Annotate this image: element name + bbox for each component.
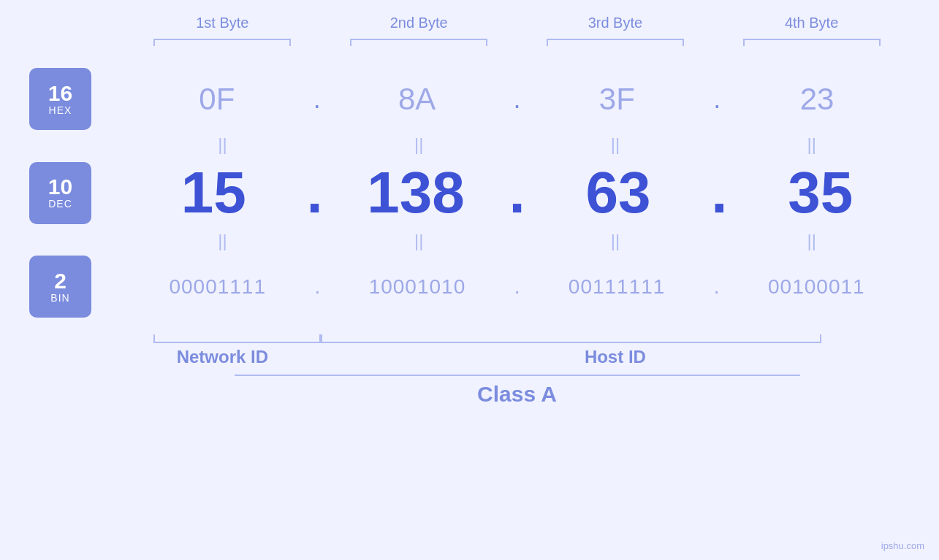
equals-row-1: || || || || — [29, 136, 910, 153]
dec-byte-4: 35 — [731, 159, 910, 226]
bin-row: 2 BIN 00001111 . 10001010 . 00111111 . 0… — [29, 256, 910, 318]
eq1-2: || — [321, 136, 517, 153]
dec-values: 15 . 138 . 63 . 35 — [124, 159, 910, 226]
bin-sep-3: . — [710, 275, 723, 299]
network-bracket — [124, 321, 321, 343]
top-bracket-row — [29, 39, 910, 53]
hex-sep-1: . — [310, 84, 324, 115]
dec-byte-3: 63 — [529, 159, 708, 226]
dec-sep-2: . — [505, 159, 528, 226]
network-id-label: Network ID — [124, 347, 321, 367]
eq1-3: || — [517, 136, 714, 153]
eq2-1: || — [124, 232, 321, 250]
hex-sep-3: . — [710, 84, 724, 115]
eq1-4: || — [713, 136, 910, 153]
main-container: 1st Byte 2nd Byte 3rd Byte 4th Byte 16 H… — [0, 0, 939, 560]
eq2-4: || — [713, 232, 910, 250]
hex-base-number: 16 — [48, 83, 72, 104]
hex-badge: 16 HEX — [29, 68, 91, 130]
host-id-label: Host ID — [321, 347, 910, 367]
byte-headers: 1st Byte 2nd Byte 3rd Byte 4th Byte — [29, 15, 910, 31]
hex-values: 0F . 8A . 3F . 23 — [124, 82, 910, 117]
eq2-2: || — [321, 232, 517, 250]
class-row: Class A — [29, 375, 910, 407]
dec-badge: 10 DEC — [29, 162, 91, 224]
dec-byte-1: 15 — [124, 159, 303, 226]
bin-sep-1: . — [311, 275, 324, 299]
host-bracket — [321, 321, 910, 343]
dec-base-label: DEC — [48, 198, 72, 210]
id-labels: Network ID Host ID — [29, 347, 910, 367]
hex-byte-4: 23 — [724, 82, 910, 117]
eq2-3: || — [517, 232, 714, 250]
bin-base-label: BIN — [50, 292, 69, 304]
equals-row-2: || || || || — [29, 232, 910, 250]
site-url: ipshu.com — [881, 540, 924, 551]
dec-base-number: 10 — [48, 176, 72, 198]
dec-sep-3: . — [707, 159, 731, 226]
hex-base-label: HEX — [49, 104, 72, 116]
top-bracket-3 — [517, 39, 714, 53]
bin-sep-2: . — [511, 275, 524, 299]
eq1-1: || — [124, 136, 321, 153]
dec-byte-2: 138 — [327, 159, 506, 226]
bin-byte-4: 00100011 — [723, 275, 910, 299]
bin-byte-2: 10001010 — [324, 275, 510, 299]
byte-header-4: 4th Byte — [713, 15, 910, 31]
class-label: Class A — [124, 382, 910, 407]
bin-badge: 2 BIN — [29, 256, 91, 318]
hex-byte-3: 3F — [525, 82, 710, 117]
top-bracket-1 — [124, 39, 321, 53]
top-bracket-2 — [321, 39, 517, 53]
bin-base-number: 2 — [54, 270, 66, 292]
class-bracket-line — [235, 375, 800, 376]
top-bracket-4 — [713, 39, 910, 53]
dec-row: 10 DEC 15 . 138 . 63 . 35 — [29, 159, 910, 226]
bottom-brackets — [29, 321, 910, 343]
hex-byte-2: 8A — [324, 82, 510, 117]
bin-byte-3: 00111111 — [523, 275, 710, 299]
hex-sep-2: . — [509, 84, 524, 115]
bin-values: 00001111 . 10001010 . 00111111 . 0010001… — [124, 275, 910, 299]
byte-header-1: 1st Byte — [124, 15, 321, 31]
bin-byte-1: 00001111 — [124, 275, 311, 299]
hex-row: 16 HEX 0F . 8A . 3F . 23 — [29, 68, 910, 130]
byte-header-2: 2nd Byte — [321, 15, 517, 31]
byte-header-3: 3rd Byte — [517, 15, 714, 31]
dec-sep-1: . — [303, 159, 327, 226]
hex-byte-1: 0F — [124, 82, 310, 117]
